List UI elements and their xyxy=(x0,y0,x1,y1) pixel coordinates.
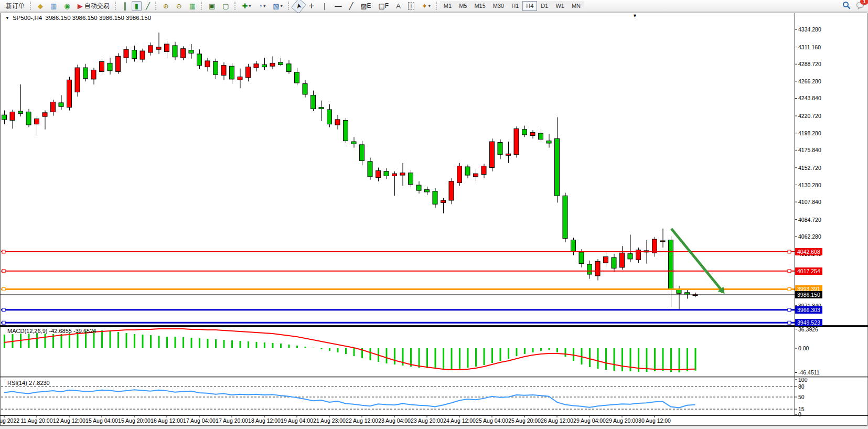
crosshair-icon[interactable]: ✛ xyxy=(306,1,318,11)
data-window-icon: ▦ xyxy=(50,3,57,9)
chart-window[interactable] xyxy=(0,13,867,426)
toolbar-separator xyxy=(201,2,203,10)
market-watch-icon[interactable]: ◆ xyxy=(35,1,46,11)
toolbar: 新订单◆▦◉▶自动交易║▮╱⊕⊖▦▣▢✚▾◔▾▧▾➤✛❘—╱▨E▤FAT✦▾M1… xyxy=(0,0,868,12)
timeframe-button-m30[interactable]: M30 xyxy=(489,1,508,11)
template-icon[interactable]: ▧▾ xyxy=(270,1,285,11)
text-icon: A xyxy=(396,3,401,9)
signals-icon: ◉ xyxy=(64,3,70,9)
zoom-out-icon: ⊖ xyxy=(176,3,182,9)
tile-windows-icon[interactable]: ▦ xyxy=(186,1,199,11)
timeframe-button-m15[interactable]: M15 xyxy=(470,1,489,11)
channel-icon[interactable]: ▨E xyxy=(357,1,374,11)
toolbar-buttons: 新订单◆▦◉▶自动交易║▮╱⊕⊖▦▣▢✚▾◔▾▧▾➤✛❘—╱▨E▤FAT✦▾M1… xyxy=(2,1,584,11)
period-icon[interactable]: ◔▾ xyxy=(255,1,269,11)
cursor-icon: ➤ xyxy=(294,2,302,9)
data-window-icon[interactable]: ▦ xyxy=(47,1,60,11)
line-chart-icon[interactable]: ╱ xyxy=(143,1,153,11)
toolbar-separator xyxy=(30,2,33,10)
timeframe-button-h4[interactable]: H4 xyxy=(522,1,537,11)
market-watch-icon: ◆ xyxy=(38,3,43,9)
signals-icon[interactable]: ◉ xyxy=(61,1,73,11)
status-bar xyxy=(0,426,868,429)
toolbar-separator xyxy=(155,2,158,10)
chat-icon[interactable]: 1 xyxy=(856,1,865,12)
auto-arrange-icon[interactable]: ▣ xyxy=(206,1,218,11)
autotrade-icon: ▶ xyxy=(78,3,83,9)
text-icon[interactable]: A xyxy=(393,1,404,11)
timeframe-button-m1[interactable]: M1 xyxy=(440,1,455,11)
cascade-windows-icon[interactable]: ▢ xyxy=(219,1,232,11)
add-indicator-icon[interactable]: ✚▾ xyxy=(239,1,254,11)
zoom-in-icon: ⊕ xyxy=(163,3,169,9)
timeframe-button-m5[interactable]: M5 xyxy=(455,1,470,11)
chat-badge: 1 xyxy=(860,0,868,5)
cascade-windows-icon: ▢ xyxy=(222,3,229,9)
vertical-line-icon[interactable]: ❘ xyxy=(318,1,330,11)
channel-icon: ▨ xyxy=(360,3,367,9)
timeframe-button-d1[interactable]: D1 xyxy=(537,1,552,11)
timeframe-button-mn[interactable]: MN xyxy=(568,1,584,11)
period-icon: ◔ xyxy=(258,3,262,9)
horizontal-line-icon[interactable]: — xyxy=(331,1,345,11)
candlestick-chart-icon[interactable]: ▮ xyxy=(132,1,142,11)
new-order-button[interactable]: 新订单 xyxy=(3,1,28,11)
text-label-icon[interactable]: T xyxy=(405,1,417,11)
timeframe-button-h1[interactable]: H1 xyxy=(508,1,522,11)
trendline-icon: ╱ xyxy=(349,3,353,9)
tile-windows-icon: ▦ xyxy=(189,3,196,9)
toolbar-separator xyxy=(234,2,237,10)
toolbar-separator xyxy=(288,2,291,10)
zoom-out-icon[interactable]: ⊖ xyxy=(173,1,185,11)
add-indicator-icon: ✚ xyxy=(242,3,248,9)
autotrade-button[interactable]: ▶自动交易 xyxy=(74,1,113,11)
cursor-icon[interactable]: ➤ xyxy=(291,0,306,14)
bar-chart-icon: ║ xyxy=(123,3,127,9)
fibonacci-icon[interactable]: ▤F xyxy=(376,1,392,11)
toolbar-separator xyxy=(436,2,438,10)
horizontal-line-icon: — xyxy=(335,3,341,9)
search-icon[interactable] xyxy=(842,1,851,12)
text-label-icon: T xyxy=(408,2,414,10)
template-icon: ▧ xyxy=(273,3,279,9)
bar-chart-icon[interactable]: ║ xyxy=(120,1,131,11)
toolbar-separator xyxy=(115,2,117,10)
auto-arrange-icon: ▣ xyxy=(209,3,215,9)
candlestick-chart-icon: ▮ xyxy=(135,3,138,9)
zoom-in-icon[interactable]: ⊕ xyxy=(160,1,172,11)
crosshair-icon: ✛ xyxy=(309,3,315,9)
fibonacci-icon: ▤ xyxy=(379,3,385,9)
arrows-icon: ✦ xyxy=(422,3,427,9)
vertical-line-icon: ❘ xyxy=(322,3,327,9)
trendline-icon[interactable]: ╱ xyxy=(346,1,356,11)
line-chart-icon: ╱ xyxy=(146,3,150,9)
arrows-icon[interactable]: ✦▾ xyxy=(419,1,434,11)
timeframe-button-w1[interactable]: W1 xyxy=(552,1,568,11)
